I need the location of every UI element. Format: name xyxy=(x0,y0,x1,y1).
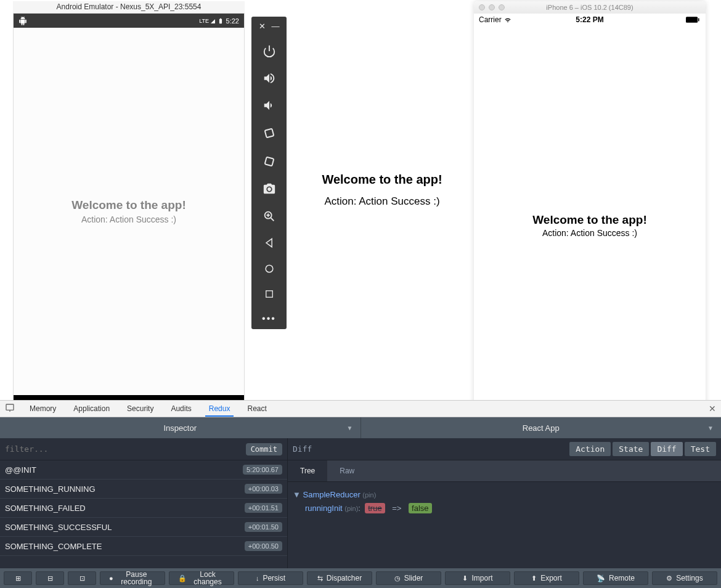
redux-detail-header: Diff Action State Diff Test xyxy=(288,438,721,460)
button-label: Slider xyxy=(404,574,423,582)
action-name: SOMETHING_COMPLETE xyxy=(5,542,102,551)
volume-down-icon[interactable] xyxy=(263,99,276,112)
bottom-button-slider[interactable]: ◷Slider xyxy=(376,571,441,585)
redux-filter-row: Commit xyxy=(0,438,287,460)
button-icon: ⬇ xyxy=(462,574,468,582)
button-icon: ⇆ xyxy=(317,574,323,582)
button-label: Lock changes xyxy=(190,571,225,586)
pin-label[interactable]: (pin) xyxy=(344,505,358,512)
button-icon: 📡 xyxy=(597,574,605,582)
bottom-button-dispatcher[interactable]: ⇆Dispatcher xyxy=(307,571,372,585)
tree-arrow-icon[interactable]: ▼ xyxy=(293,490,301,499)
android-status-time: 5:22 xyxy=(226,17,239,25)
filter-input[interactable] xyxy=(5,444,246,454)
ios-titlebar: iPhone 6 – iOS 10.2 (14C89) xyxy=(474,1,706,14)
subtab-raw[interactable]: Raw xyxy=(327,460,367,481)
redux-header-app[interactable]: React App ▼ xyxy=(361,417,722,438)
redux-tree-view: ▼ SampleReducer (pin) runningInit (pin):… xyxy=(288,482,721,568)
button-icon: ⊟ xyxy=(47,574,53,582)
bottom-button-settings[interactable]: ⚙Settings xyxy=(652,571,717,585)
ios-status-time: 5:22 PM xyxy=(474,15,706,24)
ios-screen: Carrier 5:22 PM Welcome to the app! Acti… xyxy=(474,14,706,425)
tab-redux[interactable]: Redux xyxy=(205,401,234,417)
detail-tab-state[interactable]: State xyxy=(613,442,649,456)
ios-simulator: iPhone 6 – iOS 10.2 (14C89) Carrier 5:22… xyxy=(474,1,706,425)
more-icon[interactable]: ••• xyxy=(262,313,276,324)
redux-action-row[interactable]: @@INIT5:20:00.67 xyxy=(0,460,287,480)
bottom-button-export[interactable]: ⬆Export xyxy=(514,571,579,585)
subtab-tree[interactable]: Tree xyxy=(288,460,327,481)
center-welcome-heading: Welcome to the app! xyxy=(296,173,468,187)
home-circle-icon[interactable] xyxy=(263,263,275,275)
button-icon: ⊡ xyxy=(79,574,85,582)
action-name: @@INIT xyxy=(5,465,36,475)
svg-rect-3 xyxy=(264,157,274,166)
zoom-icon[interactable] xyxy=(263,210,276,223)
tab-react[interactable]: React xyxy=(243,401,270,417)
volume-up-icon[interactable] xyxy=(263,71,276,85)
detail-tab-test[interactable]: Test xyxy=(685,442,716,456)
bottom-button-pause-recording[interactable]: ●Pause recording xyxy=(100,571,165,585)
action-name: SOMETHING_SUCCESSFUL xyxy=(5,523,112,532)
button-icon: ↓ xyxy=(256,574,259,582)
android-action-text: Action: Action Success :) xyxy=(81,214,176,224)
android-window-title: Android Emulator - Nexus_5X_API_23:5554 xyxy=(13,1,245,13)
ios-app-content: Welcome to the app! Action: Action Succe… xyxy=(474,26,706,425)
redux-action-row[interactable]: SOMETHING_COMPLETE+00:00.50 xyxy=(0,537,287,556)
action-time: +00:00.03 xyxy=(245,484,282,494)
redux-header-inspector[interactable]: Inspector ▼ xyxy=(0,417,360,438)
arrow-text: => xyxy=(392,504,401,513)
bottom-button-layout-2[interactable]: ⊡ xyxy=(68,571,96,585)
tree-key[interactable]: runningInit xyxy=(305,504,343,513)
detail-tab-action[interactable]: Action xyxy=(569,442,611,456)
overview-square-icon[interactable] xyxy=(264,288,275,300)
button-label: Export xyxy=(540,574,562,582)
detail-title: Diff xyxy=(293,444,312,454)
commit-button[interactable]: Commit xyxy=(246,443,282,455)
rotate-right-icon[interactable] xyxy=(262,154,277,169)
detail-tab-diff[interactable]: Diff xyxy=(651,442,682,456)
old-value: true xyxy=(365,503,385,513)
button-icon: ⊞ xyxy=(15,574,21,582)
svg-rect-9 xyxy=(266,291,272,298)
android-screen: LTE ◢ 5:22 Welcome to the app! Action: A… xyxy=(13,13,245,424)
center-action-text: Action: Action Success :) xyxy=(296,195,468,208)
bottom-button-lock-changes[interactable]: 🔒Lock changes xyxy=(169,571,234,585)
camera-icon[interactable] xyxy=(263,182,276,196)
close-icon[interactable]: ✕ xyxy=(259,22,266,31)
button-label: Pause recording xyxy=(117,571,156,586)
redux-action-row[interactable]: SOMETHING_RUNNING+00:00.03 xyxy=(0,480,287,499)
button-label: Dispatcher xyxy=(327,574,362,582)
power-icon[interactable] xyxy=(263,44,276,58)
tree-reducer-name[interactable]: SampleReducer xyxy=(303,490,360,499)
bottom-button-layout-0[interactable]: ⊞ xyxy=(4,571,32,585)
button-icon: 🔒 xyxy=(178,574,187,582)
minimize-icon[interactable]: — xyxy=(272,22,280,31)
action-name: SOMETHING_FAILED xyxy=(5,504,86,513)
pin-label[interactable]: (pin) xyxy=(362,491,376,499)
inspect-icon[interactable] xyxy=(5,403,16,414)
redux-bottom-bar: ⊞⊟⊡●Pause recording🔒Lock changes↓Persist… xyxy=(0,568,721,588)
redux-action-row[interactable]: SOMETHING_FAILED+00:01.51 xyxy=(0,499,287,518)
chevron-down-icon: ▼ xyxy=(707,425,714,431)
bottom-button-persist[interactable]: ↓Persist xyxy=(238,571,303,585)
tab-audits[interactable]: Audits xyxy=(167,401,195,417)
svg-rect-2 xyxy=(264,129,274,138)
back-triangle-icon[interactable] xyxy=(263,237,275,249)
ios-welcome-heading: Welcome to the app! xyxy=(532,213,646,227)
tab-security[interactable]: Security xyxy=(123,401,157,417)
svg-rect-12 xyxy=(6,404,14,410)
redux-action-row[interactable]: SOMETHING_SUCCESSFUL+00:01.50 xyxy=(0,518,287,537)
tab-application[interactable]: Application xyxy=(70,401,113,417)
rotate-left-icon[interactable] xyxy=(262,126,277,141)
android-icon xyxy=(18,17,27,25)
bottom-button-import[interactable]: ⬇Import xyxy=(445,571,510,585)
bottom-button-remote[interactable]: 📡Remote xyxy=(583,571,648,585)
devtools-close-icon[interactable]: ✕ xyxy=(709,404,716,414)
devtools-tabs: Memory Application Security Audits Redux… xyxy=(0,400,721,417)
tab-memory[interactable]: Memory xyxy=(26,401,60,417)
button-label: Remote xyxy=(609,574,635,582)
emulator-toolbar: ✕ — ••• xyxy=(251,17,287,329)
ios-action-text: Action: Action Success :) xyxy=(542,228,637,238)
bottom-button-layout-1[interactable]: ⊟ xyxy=(36,571,64,585)
